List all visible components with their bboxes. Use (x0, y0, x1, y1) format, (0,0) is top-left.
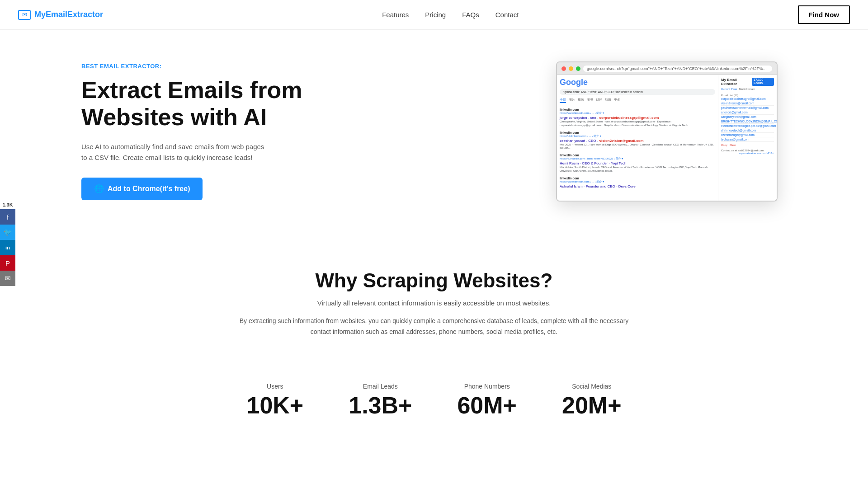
sr-title-2: zeeshan.yousaf - CEO - vision2vision@gma… (560, 139, 715, 143)
all-tab: 全部 (560, 98, 566, 103)
more-tab: 图书 (587, 98, 593, 103)
email-3: paulhomeworkexternals@gmail.com (721, 106, 774, 110)
browser-content: Google "gmail.com" AND "Tech" AND "CEO" … (557, 75, 777, 201)
search-tabs: 全部 图片 视频 图书 财经 航班 更多 (560, 98, 715, 105)
sr-url-3: https://il.linkedin.com › hemi-reem-4539… (560, 157, 715, 161)
sr-url-4: https://www.linkedin.com › ... › 简介 ▾ (560, 180, 715, 184)
sr-title-4: Ashraful Islam - Founder and CEO - Devs … (560, 184, 715, 188)
google-logo: Google (560, 78, 715, 87)
nav-faqs[interactable]: FAQs (462, 11, 479, 19)
copy-link[interactable]: Copy (721, 144, 727, 146)
browser-dot-yellow (569, 66, 573, 71)
find-now-button[interactable]: Find Now (798, 5, 850, 24)
hero-title: Extract Emails from Websites with AI (81, 77, 307, 131)
panel-header: My Email Extractor 17,100 Leads (721, 78, 774, 86)
hero-section: BEST EMAIL EXTRACTOR: Extract Emails fro… (0, 30, 868, 233)
hero-badge: BEST EMAIL EXTRACTOR: (81, 63, 307, 70)
stat-label-0: Users (267, 383, 283, 390)
stat-item-3: Social Medias 20M+ (562, 383, 622, 419)
panel-title: My Email Extractor (721, 78, 752, 86)
why-title: Why Scraping Websites? (9, 269, 859, 292)
email-count: 17,100 Leads (752, 78, 774, 86)
stat-label-1: Email Leads (363, 383, 398, 390)
why-subtitle: Virtually all relevant contact informati… (9, 299, 859, 307)
tools-tab: 财经 (596, 98, 602, 103)
twitter-share-button[interactable]: 🐦 (0, 225, 15, 240)
news-tab: 图片 (569, 98, 575, 103)
email-8: dhrinnovetech@gmail.com (721, 128, 774, 133)
stat-label-2: Phone Numbers (464, 383, 510, 390)
facebook-share-button[interactable]: f (0, 209, 15, 225)
panel-domain-count: myemailextractor.com >213< (721, 152, 774, 155)
why-description: By extracting such information from webs… (231, 316, 637, 338)
chrome-icon: 🌐 (94, 184, 104, 194)
stat-item-0: Users 10K+ (246, 383, 303, 419)
add-to-chrome-label: Add to Chrome(it's free) (108, 185, 190, 193)
linkedin-share-button[interactable]: in (0, 240, 15, 255)
stat-item-1: Email Leads 1.3B+ (349, 383, 412, 419)
nav-features[interactable]: Features (382, 11, 409, 19)
browser-dot-red (561, 66, 566, 71)
email-1: corporatebusinessgrp@gmail.com (721, 97, 774, 101)
sr-title-1: jorge concepcion - ceo - corporatebusine… (560, 116, 715, 120)
logo-text: MyEmailExtractor (34, 10, 103, 19)
hero-subtitle: Use AI to automatically find and save em… (81, 141, 271, 163)
browser-main-content: Google "gmail.com" AND "Tech" AND "CEO" … (557, 75, 718, 201)
hero-left: BEST EMAIL EXTRACTOR: Extract Emails fro… (81, 63, 307, 201)
sr-site-4: linkedin.com (560, 177, 715, 180)
multi-domain-tab: Multi-Domain (739, 88, 755, 91)
panel-actions: Copy Clear (721, 144, 774, 146)
email-9: dzerinnteugn@gmail.com (721, 133, 774, 137)
email-10: techscan@gmail.com (721, 137, 774, 142)
email-2: vision2vision@gmail.com (721, 101, 774, 106)
search-result-3: linkedin.com https://il.linkedin.com › h… (560, 154, 715, 173)
sr-url-2: https://uk.linkedin.com › ... › 简介 ▾ (560, 134, 715, 138)
browser-mockup: google.com/search?q="gmail.com"+AND+"Tec… (556, 61, 778, 202)
stat-value-3: 20M+ (562, 392, 622, 419)
email-extractor-panel: My Email Extractor 17,100 Leads Current … (721, 78, 774, 155)
navbar: MyEmailExtractor Features Pricing FAQs C… (0, 0, 868, 30)
sr-site-2: linkedin.com (560, 131, 715, 134)
email-4: attencci@gmail.com (721, 110, 774, 115)
nav-contact[interactable]: Contact (495, 11, 519, 19)
email-share-button[interactable]: ✉ (0, 271, 15, 286)
video-tab: 视频 (578, 98, 584, 103)
social-sidebar: 1.3K f 🐦 in P ✉ (0, 202, 15, 286)
panel-tabs: Current Page Multi-Domain (721, 88, 774, 91)
current-page-tab: Current Page (721, 88, 737, 91)
stat-label-3: Social Medias (572, 383, 611, 390)
hero-right: google.com/search?q="gmail.com"+AND+"Tec… (556, 61, 778, 202)
browser-url: google.com/search?q="gmail.com"+AND+"Tec… (583, 66, 772, 72)
sr-desc-2: Mar 2022 - Present 22... I am work at En… (560, 143, 715, 150)
sr-site-1: linkedin.com (560, 108, 715, 111)
stat-value-2: 60M+ (457, 392, 517, 419)
stat-item-2: Phone Numbers 60M+ (457, 383, 517, 419)
more2-tab: 更多 (614, 98, 620, 103)
stat-value-1: 1.3B+ (349, 392, 412, 419)
pinterest-share-button[interactable]: P (0, 255, 15, 271)
sr-desc-3: Kfar Achim, South District, Israel · CEO… (560, 166, 715, 173)
email-6: BRiGHTTECHNOLOGY.INDIA@GMAIL.COM (721, 119, 774, 124)
search-result-4: linkedin.com https://www.linkedin.com › … (560, 177, 715, 188)
browser-bar: google.com/search?q="gmail.com"+AND+"Tec… (557, 62, 777, 75)
nav-pricing[interactable]: Pricing (425, 11, 446, 19)
stat-value-0: 10K+ (246, 392, 303, 419)
sr-title-3: Hemi Reem - CEO & Founder - Yopi Tech (560, 161, 715, 165)
sr-site-3: linkedin.com (560, 154, 715, 157)
settings-tab: 航班 (605, 98, 611, 103)
email-5: wreginery.tech@gmail.com (721, 115, 774, 119)
add-to-chrome-button[interactable]: 🌐 Add to Chrome(it's free) (81, 178, 203, 200)
logo-link[interactable]: MyEmailExtractor (18, 10, 103, 20)
nav-links: Features Pricing FAQs Contact (382, 11, 519, 19)
why-section: Why Scraping Websites? Virtually all rel… (0, 233, 868, 365)
stats-row: Users 10K+ Email Leads 1.3B+ Phone Numbe… (0, 365, 868, 428)
search-bar-small: "gmail.com" AND "Tech" AND "CEO" site:li… (560, 89, 715, 95)
browser-dot-green (576, 66, 580, 71)
sr-url-1: https://www.linkedin.com › ... › 简介 ▾ (560, 111, 715, 115)
clear-link[interactable]: Clear (730, 144, 736, 146)
social-count: 1.3K (2, 202, 13, 207)
search-result-2: linkedin.com https://uk.linkedin.com › .… (560, 131, 715, 150)
email-7: electronicatecnologica.pot.biz@gmail.com (721, 124, 774, 128)
browser-extension-panel: My Email Extractor 17,100 Leads Current … (718, 75, 777, 201)
search-result-1: linkedin.com https://www.linkedin.com › … (560, 108, 715, 127)
